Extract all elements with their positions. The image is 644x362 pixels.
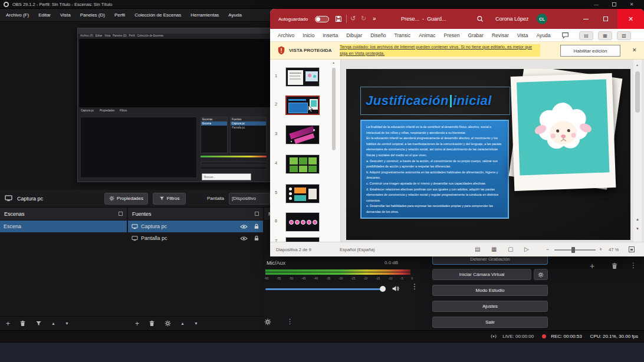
zoom-in-button[interactable]: +: [599, 246, 602, 252]
obs-minimize-button[interactable]: —: [587, 2, 605, 7]
ribbon-tool-button-1[interactable]: ▤: [579, 31, 593, 40]
obs-menu-paneles[interactable]: Paneles (D): [75, 9, 110, 22]
scene-up-button[interactable]: ▲: [51, 321, 55, 325]
tab-animaciones[interactable]: Animac: [415, 29, 439, 42]
source-up-button[interactable]: ▲: [180, 321, 185, 325]
redo-icon[interactable]: ↻: [361, 15, 366, 22]
ppt-minimize-button[interactable]: [576, 9, 595, 29]
slide-thumbnail-5[interactable]: [285, 184, 320, 203]
virtual-camera-config-button[interactable]: [534, 269, 548, 280]
slide-thumbnail-3[interactable]: [285, 125, 320, 144]
slide-thumbnail-1[interactable]: [285, 67, 320, 87]
virtual-camera-button[interactable]: Iniciar Cámara Virtual: [432, 269, 531, 280]
mixer-toolbar-kebab-icon[interactable]: ⋮: [287, 318, 293, 325]
exit-button[interactable]: Salir: [432, 317, 548, 328]
slideshow-button[interactable]: ▷: [524, 246, 529, 252]
remove-source-button[interactable]: [149, 320, 155, 327]
tab-vista[interactable]: Vista: [513, 29, 533, 42]
obs-close-button[interactable]: ✕: [623, 2, 640, 7]
studio-mode-button[interactable]: Modo Estudio: [432, 285, 548, 296]
visibility-eye-icon[interactable]: [240, 236, 248, 241]
mixer-kebab-icon[interactable]: ⋮: [411, 282, 418, 291]
slide-body-box[interactable]: La finalidad de la educación infantil es…: [360, 120, 509, 219]
obs-menu-vista[interactable]: Vista: [55, 9, 75, 22]
reading-view-button[interactable]: ▢: [508, 246, 513, 252]
source-down-button[interactable]: ▼: [194, 321, 198, 325]
properties-button[interactable]: Propiedades: [104, 193, 148, 205]
slide-scrollbar[interactable]: ▲ ▲ ▼: [633, 60, 642, 242]
obs-menu-coleccion[interactable]: Colección de Escenas: [130, 9, 186, 22]
device-dropdown[interactable]: [Dispositivo: [229, 193, 270, 205]
tab-presentacion[interactable]: Presen: [440, 29, 464, 42]
zoom-out-button[interactable]: −: [546, 246, 549, 252]
tab-grabar[interactable]: Grabar: [464, 29, 487, 42]
slide-title-box[interactable]: Justificación inicial: [360, 87, 510, 115]
obs-maximize-button[interactable]: [605, 2, 623, 6]
speaker-icon[interactable]: [392, 285, 399, 292]
volume-slider-track[interactable]: [265, 288, 383, 290]
tab-ayuda[interactable]: Ayuda: [532, 29, 554, 42]
sources-dock-header[interactable]: Fuentes: [128, 208, 263, 221]
fit-to-window-icon[interactable]: [629, 246, 635, 252]
dock-popout-icon[interactable]: [119, 212, 123, 216]
undo-icon[interactable]: ↺: [350, 15, 356, 22]
settings-button[interactable]: Ajustes: [432, 301, 548, 312]
add-scene-button[interactable]: +: [6, 320, 10, 328]
scenes-dock-header[interactable]: Escenas: [0, 208, 127, 221]
scene-down-button[interactable]: ▼: [65, 321, 69, 325]
right-dock-kebab-icon[interactable]: ⋮: [630, 261, 637, 269]
obs-menu-editar[interactable]: Editar: [34, 9, 55, 22]
tab-revisar[interactable]: Revisar: [488, 29, 513, 42]
slide-thumbnail-2[interactable]: [285, 96, 320, 115]
slide-thumbnail-6[interactable]: [285, 212, 320, 232]
tab-insertar[interactable]: Inserta: [318, 29, 342, 42]
language-status[interactable]: Español (España): [340, 247, 375, 252]
slide-canvas[interactable]: Justificación inicial La finalidad de la…: [346, 69, 630, 240]
zoom-slider-track[interactable]: [554, 249, 596, 251]
tab-inicio[interactable]: Inicio: [298, 29, 318, 42]
source-properties-button[interactable]: [165, 320, 171, 327]
thumb-scroll-up-icon[interactable]: ▲: [332, 61, 335, 64]
visibility-eye-icon[interactable]: [240, 224, 248, 229]
thumb-scrollbar-thumb[interactable]: [332, 68, 336, 150]
lock-icon[interactable]: [254, 223, 259, 229]
add-source-button[interactable]: +: [135, 320, 139, 328]
ribbon-tool-button-3[interactable]: ▧: [617, 31, 631, 40]
filters-button[interactable]: Filtros: [153, 193, 186, 205]
right-dock-add-button[interactable]: +: [590, 261, 594, 271]
slide-sorter-view-button[interactable]: ▦: [491, 246, 497, 252]
zoom-level[interactable]: 47 %: [609, 247, 619, 252]
save-icon[interactable]: [335, 15, 342, 22]
user-name[interactable]: Corona López: [495, 16, 529, 22]
zoom-slider-handle[interactable]: [571, 247, 575, 253]
source-row-captura[interactable]: Captura pc: [128, 221, 263, 232]
autosave-toggle[interactable]: [315, 16, 329, 22]
obs-menu-archivo[interactable]: Archivo (F): [1, 9, 34, 22]
ppt-close-button[interactable]: ✕: [617, 9, 644, 29]
slide-thumbnail-4[interactable]: [285, 154, 320, 174]
scene-filters-button[interactable]: [35, 320, 42, 327]
protected-bar-close-icon[interactable]: ✕: [632, 47, 637, 53]
right-dock-trash-button[interactable]: [611, 262, 618, 269]
obs-menu-herramientas[interactable]: Herramientas: [186, 9, 224, 22]
tab-transiciones[interactable]: Transic: [390, 29, 415, 42]
search-icon[interactable]: [477, 15, 484, 22]
ribbon-tool-button-2[interactable]: ▦: [598, 31, 612, 40]
source-row-pantalla[interactable]: Pantalla pc: [128, 232, 263, 244]
dock-popout-icon[interactable]: [255, 212, 259, 216]
previous-slide-button[interactable]: ▲: [636, 218, 639, 221]
avatar[interactable]: CL: [537, 14, 547, 24]
obs-menu-ayuda[interactable]: Ayuda: [224, 9, 247, 22]
chat-bubble-icon[interactable]: [561, 32, 569, 39]
ppt-restore-button[interactable]: [596, 9, 615, 29]
tab-diseno[interactable]: Diseño: [366, 29, 390, 42]
quick-access-overflow-icon[interactable]: »: [373, 15, 376, 22]
advanced-audio-icon[interactable]: [264, 318, 271, 325]
next-slide-button[interactable]: ▼: [636, 227, 639, 231]
enable-editing-button[interactable]: Habilitar edición: [560, 45, 620, 57]
lock-icon[interactable]: [254, 235, 259, 241]
volume-slider-handle[interactable]: [380, 286, 386, 292]
scroll-up-icon[interactable]: ▲: [636, 63, 639, 67]
tab-archivo[interactable]: Archivo: [274, 29, 298, 42]
slide-thumbnail-7[interactable]: [285, 237, 320, 242]
